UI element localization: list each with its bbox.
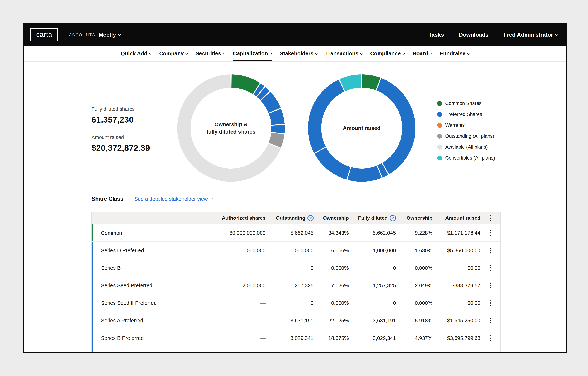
nav-item-label: Quick Add: [121, 51, 147, 57]
row-accent-bar: [92, 294, 93, 312]
info-icon[interactable]: ?: [307, 215, 314, 221]
nav-item-capitalization[interactable]: Capitalization: [233, 46, 272, 61]
header-ownership-fd: Ownership: [396, 215, 432, 221]
chevron-down-icon: [118, 32, 121, 36]
fully-diluted-value: 3,029,341: [349, 335, 396, 341]
fully-diluted-value: 1,257,325: [349, 283, 396, 289]
divider: [129, 195, 129, 202]
legend-dot-icon: [437, 156, 442, 160]
share-class-table: Authorized shares Outstanding ? Ownershi…: [91, 212, 501, 353]
nav-item-quick-add[interactable]: Quick Add: [121, 46, 151, 61]
account-switcher[interactable]: Meetly: [99, 32, 121, 38]
kebab-menu-button[interactable]: [488, 299, 493, 307]
downloads-link[interactable]: Downloads: [459, 32, 489, 38]
nav-item-label: Company: [159, 51, 184, 57]
nav-item-transactions[interactable]: Transactions: [325, 46, 362, 61]
nav-item-securities[interactable]: Securities: [196, 46, 225, 61]
authorized-shares-value: 1,000,000: [192, 248, 266, 253]
amount-raised-value: $1,171,176.44: [432, 230, 480, 236]
screen: carta ACCOUNTS Meetly Tasks Downloads Fr…: [0, 0, 588, 376]
top-bar: carta ACCOUNTS Meetly Tasks Downloads Fr…: [24, 24, 566, 46]
ownership-fd-value: 4.937%: [396, 335, 432, 341]
header-fully-diluted: Fully diluted ?: [349, 215, 396, 221]
share-class-name: Series D Preferred: [92, 248, 192, 253]
row-accent-bar: [92, 224, 93, 241]
authorized-shares-value: —: [192, 318, 266, 324]
share-class-name: Series B: [92, 265, 192, 271]
accounts-label: ACCOUNTS: [69, 32, 95, 37]
kebab-menu-button[interactable]: [488, 316, 493, 325]
kebab-menu-button[interactable]: [488, 263, 493, 272]
chart-legend: Common SharesPreferred SharesWarrantsOut…: [437, 98, 495, 164]
kebab-menu-button[interactable]: [488, 214, 493, 222]
info-icon[interactable]: ?: [390, 215, 396, 221]
ownership-value: 0.000%: [314, 300, 349, 306]
amount-raised-value: $383,379.57: [432, 283, 480, 289]
legend-label: Outstanding (All plans): [445, 134, 494, 139]
header-outstanding-label: Outstanding: [276, 215, 305, 221]
legend-label: Available (All plans): [445, 144, 488, 150]
nav-item-label: Compliance: [370, 51, 401, 57]
outstanding-value: 1,257,325: [266, 283, 314, 289]
legend-item-convertibles-all-plans: Convertibles (All plans): [437, 153, 495, 164]
nav-item-label: Board: [413, 51, 428, 57]
tasks-link[interactable]: Tasks: [428, 32, 444, 38]
ownership-fd-value: 0.000%: [396, 265, 432, 271]
legend-label: Convertibles (All plans): [445, 155, 495, 161]
fully-diluted-value: 5,662,045: [349, 230, 396, 236]
outstanding-value: 3,029,341: [266, 335, 314, 341]
legend-item-outstanding-all-plans: Outstanding (All plans): [437, 131, 495, 142]
amount-raised-value: $3,695,799.68: [432, 335, 480, 341]
kebab-menu-button[interactable]: [488, 229, 493, 237]
external-link-arrow-icon: ↗: [209, 196, 214, 202]
app-window: carta ACCOUNTS Meetly Tasks Downloads Fr…: [23, 23, 567, 353]
amount-raised-label: Amount raised: [91, 135, 150, 140]
share-class-name: Series Seed II Preferred: [92, 300, 192, 306]
chevron-down-icon: [430, 52, 432, 54]
outstanding-value: 0: [266, 300, 314, 306]
carta-logo[interactable]: carta: [31, 28, 58, 42]
share-class-name: Series B Preferred: [92, 335, 192, 341]
table-row-series-seed-ii-preferred: Series Seed II Preferred—00.000%00.000%$…: [92, 294, 501, 312]
legend-label: Common Shares: [445, 101, 482, 106]
row-accent-bar: [92, 277, 93, 294]
amount-raised-value: $5,360,000.00: [432, 248, 480, 253]
fully-diluted-value: 0: [349, 300, 396, 306]
table-row-series-b-preferred: Series B Preferred—3,029,34118.375%3,029…: [92, 329, 501, 347]
nav-item-stakeholders[interactable]: Stakeholders: [280, 46, 317, 61]
ownership-value: 7.626%: [314, 283, 349, 289]
fully-diluted-value: 0: [349, 265, 396, 271]
donut-center-label: Amount raised: [307, 73, 416, 183]
chevron-down-icon: [185, 52, 188, 54]
summary-stats: Fully diluted shares 61,357,230 Amount r…: [91, 106, 150, 153]
nav-item-label: Stakeholders: [280, 51, 313, 57]
nav-item-label: Capitalization: [233, 51, 268, 57]
table-row-series-b: Series B—00.000%00.000%$0.00: [92, 259, 501, 277]
nav-item-label: Transactions: [325, 51, 359, 57]
user-name: Fred Admin’strator: [503, 32, 553, 38]
stakeholder-view-link[interactable]: See a detailed stakeholder view ↗: [134, 196, 214, 202]
share-class-bar: Share Class See a detailed stakeholder v…: [91, 194, 214, 204]
account-name: Meetly: [99, 32, 116, 38]
nav-item-fundraise[interactable]: Fundraise: [440, 46, 469, 61]
nav-item-company[interactable]: Company: [159, 46, 188, 61]
user-menu[interactable]: Fred Admin’strator: [503, 32, 558, 38]
amount-raised-value: $0.00: [432, 300, 480, 306]
legend-item-common-shares: Common Shares: [437, 98, 495, 109]
outstanding-value: 1,000,000: [266, 248, 314, 253]
fully-diluted-value: 1,000,000: [349, 248, 396, 253]
table-row-series-a-preferred: Series A Preferred—3,631,19122.025%3,631…: [92, 312, 501, 329]
authorized-shares-value: —: [192, 300, 266, 306]
authorized-shares-value: 2,000,000: [192, 283, 266, 289]
row-accent-bar: [92, 330, 93, 347]
table-row-series-d-preferred: Series D Preferred1,000,0001,000,0006.06…: [92, 241, 501, 259]
chevron-down-icon: [360, 52, 363, 54]
donut-center-label: Ownership &fully diluted shares: [176, 73, 286, 183]
nav-item-board[interactable]: Board: [413, 46, 432, 61]
kebab-menu-button[interactable]: [488, 334, 493, 343]
outstanding-value: 3,631,191: [266, 318, 314, 324]
nav-item-compliance[interactable]: Compliance: [370, 46, 405, 61]
kebab-menu-button[interactable]: [488, 281, 493, 290]
authorized-shares-value: —: [192, 265, 266, 271]
kebab-menu-button[interactable]: [488, 246, 493, 255]
